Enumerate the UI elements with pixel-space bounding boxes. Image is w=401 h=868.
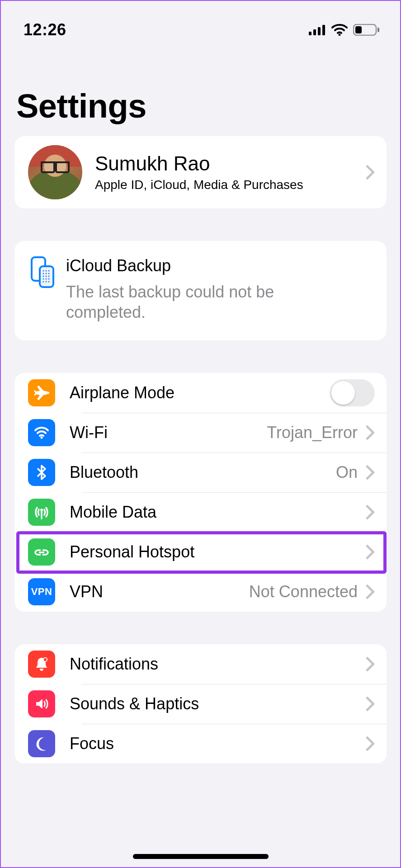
airplane-mode-row[interactable]: Airplane Mode: [14, 373, 387, 413]
svg-point-17: [46, 276, 47, 277]
bluetooth-icon: [28, 459, 55, 486]
backup-subtitle: The last backup could not be completed.: [66, 282, 319, 322]
svg-point-20: [46, 278, 47, 280]
svg-point-18: [48, 276, 50, 277]
svg-point-21: [48, 278, 50, 280]
row-value: Trojan_Error: [267, 423, 358, 442]
chevron-right-icon: [366, 464, 375, 481]
profile-name: Sumukh Rao: [95, 152, 366, 175]
svg-point-22: [43, 281, 44, 283]
row-label: Airplane Mode: [70, 383, 330, 402]
svg-point-16: [43, 276, 44, 277]
chevron-right-icon: [366, 656, 375, 672]
vpn-icon: VPN: [28, 578, 55, 605]
row-label: Sounds & Haptics: [70, 694, 366, 713]
icloud-backup-group: iCloud Backup The last backup could not …: [14, 241, 387, 340]
icloud-backup-row[interactable]: iCloud Backup The last backup could not …: [14, 241, 387, 340]
row-label: Notifications: [70, 655, 366, 674]
svg-rect-2: [318, 27, 321, 35]
row-label: Personal Hotspot: [70, 542, 366, 561]
profile-group: Sumukh Rao Apple ID, iCloud, Media & Pur…: [14, 136, 387, 208]
profile-subtitle: Apple ID, iCloud, Media & Purchases: [95, 178, 366, 192]
svg-rect-1: [313, 29, 316, 35]
svg-rect-6: [355, 26, 362, 33]
bell-icon: [28, 651, 55, 678]
chevron-right-icon: [366, 736, 375, 752]
svg-point-15: [48, 273, 50, 274]
chevron-right-icon: [366, 425, 375, 441]
svg-point-27: [40, 509, 43, 511]
sounds-row[interactable]: Sounds & Haptics: [14, 684, 387, 724]
notifications-row[interactable]: Notifications: [14, 644, 387, 684]
focus-row[interactable]: Focus: [14, 724, 387, 764]
page-title: Settings: [1, 46, 400, 136]
svg-point-13: [43, 273, 44, 274]
svg-point-14: [46, 273, 47, 274]
speaker-icon: [28, 690, 55, 717]
svg-point-19: [43, 278, 44, 280]
row-value: Not Connected: [249, 582, 358, 601]
svg-point-24: [48, 281, 50, 283]
svg-point-11: [46, 270, 47, 272]
connectivity-group: Airplane Mode Wi-Fi Trojan_Error Bluetoo…: [14, 373, 387, 612]
chevron-right-icon: [366, 544, 375, 560]
row-label: Mobile Data: [70, 503, 366, 522]
devices-icon: [28, 256, 55, 322]
row-value: On: [336, 463, 358, 482]
battery-icon: [353, 24, 380, 36]
svg-point-23: [46, 281, 47, 283]
moon-icon: [28, 730, 55, 757]
status-time: 12:26: [24, 20, 66, 39]
antenna-icon: [28, 499, 55, 526]
backup-title: iCloud Backup: [66, 256, 319, 275]
svg-rect-0: [309, 32, 311, 35]
home-indicator: [133, 854, 269, 859]
row-label: Wi-Fi: [70, 423, 267, 442]
row-label: Bluetooth: [70, 463, 336, 482]
row-label: VPN: [70, 582, 249, 601]
status-indicators: [309, 24, 380, 36]
mobile-data-row[interactable]: Mobile Data: [14, 492, 387, 532]
airplane-icon: [28, 379, 55, 406]
cellular-icon: [309, 24, 326, 35]
system-group: Notifications Sounds & Haptics Focus: [14, 644, 387, 764]
chevron-right-icon: [366, 504, 375, 520]
svg-point-12: [48, 270, 50, 272]
wifi-icon: [28, 419, 55, 446]
personal-hotspot-row[interactable]: Personal Hotspot: [14, 532, 387, 572]
chevron-right-icon: [366, 164, 375, 180]
status-bar: 12:26: [1, 1, 400, 46]
row-label: Focus: [70, 734, 366, 753]
svg-point-30: [44, 658, 47, 661]
vpn-row[interactable]: VPN VPN Not Connected: [14, 572, 387, 612]
chevron-right-icon: [366, 696, 375, 712]
chevron-right-icon: [366, 584, 375, 600]
link-icon: [28, 538, 55, 566]
wifi-row[interactable]: Wi-Fi Trojan_Error: [14, 413, 387, 453]
svg-point-10: [43, 270, 44, 272]
airplane-toggle[interactable]: [330, 379, 375, 406]
svg-point-25: [41, 437, 43, 439]
svg-point-4: [339, 34, 341, 36]
wifi-icon: [331, 24, 348, 36]
svg-rect-3: [322, 25, 325, 35]
apple-id-row[interactable]: Sumukh Rao Apple ID, iCloud, Media & Pur…: [14, 136, 387, 208]
svg-rect-7: [377, 28, 379, 32]
bluetooth-row[interactable]: Bluetooth On: [14, 453, 387, 492]
avatar: [28, 145, 82, 199]
